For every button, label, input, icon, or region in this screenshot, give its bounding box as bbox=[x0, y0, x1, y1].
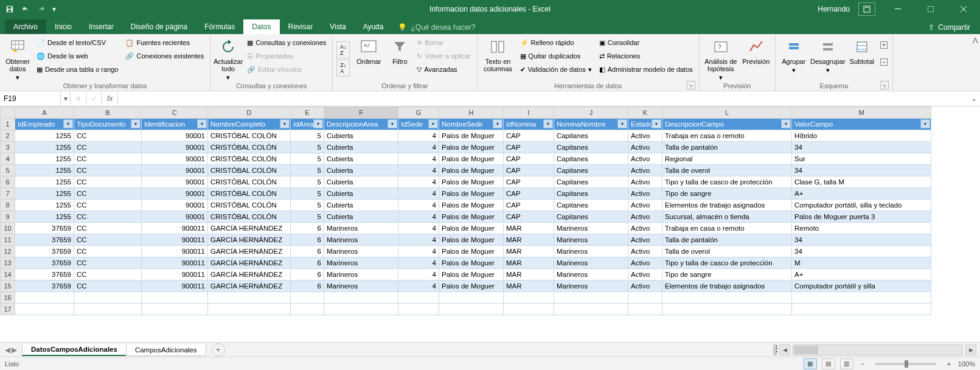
sheet-tab-inactive[interactable]: CamposAdicionales bbox=[126, 344, 206, 356]
row-header[interactable]: 13 bbox=[1, 257, 15, 269]
tell-me-search[interactable]: 💡 ¿Qué desea hacer? bbox=[392, 21, 481, 34]
qat-customize-icon[interactable]: ▾ bbox=[50, 2, 58, 16]
cell[interactable]: 6 bbox=[291, 281, 324, 292]
cell[interactable] bbox=[15, 292, 74, 304]
cell[interactable]: CAP bbox=[504, 211, 554, 223]
cell[interactable]: Tipo y talla de casco de protección bbox=[662, 176, 792, 188]
minimize-button[interactable] bbox=[884, 0, 912, 18]
cell[interactable]: Capitanes bbox=[554, 211, 628, 223]
filter-dropdown-icon[interactable] bbox=[543, 119, 553, 128]
col-header-F[interactable]: F bbox=[324, 107, 398, 119]
cell[interactable]: 900011 bbox=[142, 281, 208, 292]
select-all-corner[interactable] bbox=[1, 107, 15, 119]
cell[interactable]: 6 bbox=[291, 234, 324, 246]
cell[interactable] bbox=[439, 304, 504, 315]
tab-insert[interactable]: Insertar bbox=[80, 19, 122, 34]
cell[interactable]: 900011 bbox=[142, 223, 208, 234]
filter-dropdown-icon[interactable] bbox=[197, 119, 207, 128]
cell[interactable] bbox=[142, 304, 208, 315]
cell[interactable] bbox=[628, 304, 662, 315]
from-web-button[interactable]: 🌐Desde la web bbox=[34, 49, 120, 63]
relationships-button[interactable]: ⇄Relaciones bbox=[597, 49, 695, 63]
name-box[interactable] bbox=[0, 91, 61, 106]
cell[interactable] bbox=[554, 304, 628, 315]
hscroll-left-icon[interactable]: ◀ bbox=[779, 344, 790, 355]
cell[interactable]: Palos de Moguer bbox=[439, 200, 504, 211]
cell[interactable]: Palos de Moguer bbox=[439, 257, 504, 269]
cell[interactable]: Híbrido bbox=[792, 130, 931, 142]
cell[interactable]: Trabaja en casa o remoto bbox=[662, 223, 792, 234]
cell[interactable]: Marineros bbox=[554, 223, 628, 234]
cell[interactable]: Capitanes bbox=[554, 165, 628, 176]
cell[interactable]: CC bbox=[74, 142, 142, 153]
row-header[interactable]: 12 bbox=[1, 246, 15, 257]
cell[interactable]: Activo bbox=[628, 211, 662, 223]
sheet-tab-active[interactable]: DatosCamposAdicionales bbox=[22, 344, 127, 356]
cell[interactable]: CAP bbox=[504, 176, 554, 188]
cell[interactable] bbox=[662, 304, 792, 315]
row-header[interactable]: 7 bbox=[1, 188, 15, 200]
save-icon[interactable] bbox=[2, 2, 17, 16]
expand-formula-bar-icon[interactable]: ⌄ bbox=[968, 94, 980, 103]
cell[interactable]: CC bbox=[74, 176, 142, 188]
tab-help[interactable]: Ayuda bbox=[355, 19, 392, 34]
cell[interactable]: CC bbox=[74, 234, 142, 246]
cell[interactable]: 5 bbox=[291, 153, 324, 165]
col-header-J[interactable]: J bbox=[554, 107, 628, 119]
cell[interactable]: 90001 bbox=[142, 211, 208, 223]
cell[interactable]: Remoto bbox=[792, 223, 931, 234]
dialog-launcher-icon[interactable]: ↘ bbox=[687, 81, 695, 89]
cell[interactable]: GARCÍA HERNÁNDEZ bbox=[208, 269, 291, 281]
row-header[interactable]: 3 bbox=[1, 142, 15, 153]
cell[interactable]: Capitanes bbox=[554, 200, 628, 211]
cell[interactable]: Trabaja en casa o remoto bbox=[662, 130, 792, 142]
cell[interactable]: GARCÍA HERNÁNDEZ bbox=[208, 257, 291, 269]
cell[interactable] bbox=[324, 304, 398, 315]
cell[interactable]: Marineros bbox=[324, 246, 398, 257]
row-header[interactable]: 5 bbox=[1, 165, 15, 176]
cell[interactable]: Marineros bbox=[324, 223, 398, 234]
flash-fill-button[interactable]: ⚡Relleno rápido bbox=[518, 36, 594, 49]
col-header-B[interactable]: B bbox=[74, 107, 142, 119]
row-header[interactable]: 10 bbox=[1, 223, 15, 234]
cell[interactable]: CC bbox=[74, 188, 142, 200]
forecast-button[interactable]: Previsión bbox=[741, 36, 771, 82]
cell[interactable] bbox=[74, 292, 142, 304]
dialog-launcher-icon[interactable]: ↘ bbox=[880, 81, 889, 89]
cell[interactable] bbox=[142, 292, 208, 304]
cell[interactable]: 5 bbox=[291, 200, 324, 211]
cell[interactable]: CAP bbox=[504, 153, 554, 165]
cell[interactable]: CRISTÓBAL COLÓN bbox=[208, 165, 291, 176]
cell[interactable]: GARCÍA HERNÁNDEZ bbox=[208, 223, 291, 234]
fx-button[interactable]: fx bbox=[102, 91, 118, 106]
cell[interactable]: CAP bbox=[504, 200, 554, 211]
sort-az-button[interactable]: A↓Z bbox=[336, 41, 350, 58]
cell[interactable] bbox=[208, 304, 291, 315]
cell[interactable]: Clase G, talla M bbox=[792, 176, 931, 188]
row-header[interactable]: 4 bbox=[1, 153, 15, 165]
queries-connections-button[interactable]: ▦Consultas y conexiones bbox=[245, 36, 328, 49]
cell[interactable]: CC bbox=[74, 246, 142, 257]
cell[interactable]: Cubierta bbox=[324, 142, 398, 153]
cell[interactable]: Capitanes bbox=[554, 142, 628, 153]
cell[interactable]: 1255 bbox=[15, 142, 74, 153]
cell[interactable] bbox=[792, 292, 931, 304]
zoom-in-button[interactable]: + bbox=[945, 360, 953, 368]
cell[interactable]: Marineros bbox=[554, 269, 628, 281]
cell[interactable]: 37659 bbox=[15, 246, 74, 257]
filter-dropdown-icon[interactable] bbox=[920, 119, 930, 128]
row-header[interactable]: 16 bbox=[1, 292, 15, 304]
cell[interactable]: A+ bbox=[792, 188, 931, 200]
cell[interactable]: A+ bbox=[792, 269, 931, 281]
cell[interactable]: Activo bbox=[628, 246, 662, 257]
existing-connections-button[interactable]: 🔗Conexiones existentes bbox=[123, 49, 206, 63]
refresh-all-button[interactable]: Actualizar todo ▾ bbox=[214, 36, 242, 82]
view-page-break-button[interactable]: ▥ bbox=[840, 358, 853, 369]
cell[interactable]: Elementos de trabajo asignados bbox=[662, 281, 792, 292]
filter-dropdown-icon[interactable] bbox=[280, 119, 290, 128]
cell[interactable]: 4 bbox=[398, 142, 439, 153]
cell[interactable]: Marineros bbox=[554, 257, 628, 269]
name-box-input[interactable] bbox=[4, 94, 57, 103]
cell[interactable]: 90001 bbox=[142, 142, 208, 153]
cell[interactable]: 4 bbox=[398, 234, 439, 246]
